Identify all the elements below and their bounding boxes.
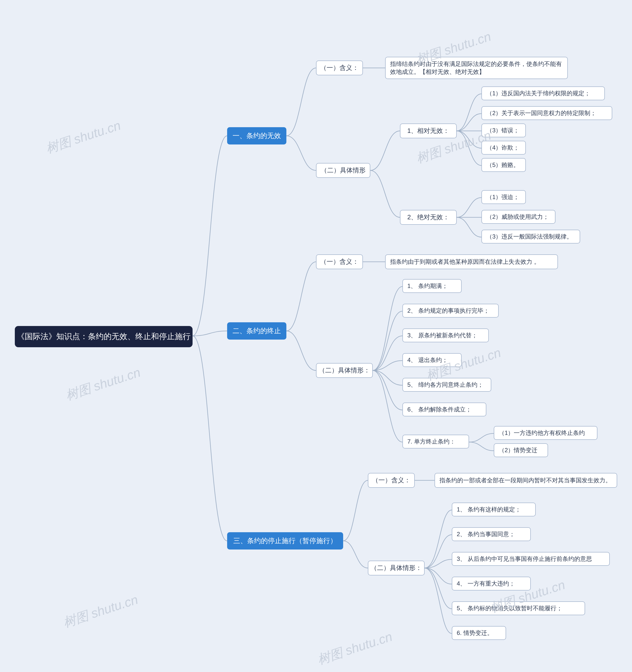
b2-case-3-label: 3、 原条约被新条约代替；: [407, 331, 478, 339]
b3-meaning-text-label: 指条约的一部或者全部在一段期间内暂时不对其当事国发生效力。: [439, 476, 611, 484]
b2-case-3[interactable]: 3、 原条约被新条约代替；: [403, 329, 489, 342]
b2-case-1[interactable]: 1、 条约期满；: [403, 279, 462, 293]
b1-rel-1-label: （1）违反国内法关于缔约权限的规定；: [486, 89, 590, 97]
b2-meaning-text-label: 指条约由于到期或者其他某种原因而在法律上失去效力 。: [390, 258, 540, 266]
b1-relative-label: 1、相对无效：: [407, 126, 449, 135]
b2-case-7[interactable]: 7. 单方终止条约：: [403, 435, 469, 449]
b1-rel-5[interactable]: （5）贿赂。: [481, 158, 526, 172]
b3-case-2-label: 2、 条约当事国同意；: [457, 530, 515, 538]
b1-rel-2-label: （2）关于表示一国同意权力的特定限制；: [486, 109, 596, 117]
root-label: 《国际法》知识点：条约的无效、终止和停止施行: [17, 331, 191, 342]
b1-rel-3[interactable]: （3）错误；: [481, 123, 526, 137]
b2-cases-label: （二）具体情形：: [319, 366, 370, 375]
b1-cases-label: （二）具体情形: [321, 166, 366, 175]
b1-meaning-text-label: 指缔结条约时由于没有满足国际法规定的必要条件，使条约不能有效地成立。【相对无效、…: [390, 60, 563, 76]
b2-case-2-label: 2、 条约规定的事项执行完毕；: [407, 307, 489, 315]
branch-3-label: 三、条约的停止施行（暂停施行）: [233, 536, 337, 546]
b1-absolute-label: 2、绝对无效：: [407, 213, 449, 221]
b3-case-5-label: 5、 条约标的物消失以致暂时不能履行；: [457, 604, 562, 612]
b2-meaning-text[interactable]: 指条约由于到期或者其他某种原因而在法律上失去效力 。: [385, 255, 558, 269]
b2-case-7-2-label: （2）情势变迁: [499, 446, 537, 454]
b2-case-6-label: 6、 条约解除条件成立；: [407, 406, 471, 413]
b2-case-4-label: 4、 退出条约；: [407, 356, 448, 364]
b1-rel-1[interactable]: （1）违反国内法关于缔约权限的规定；: [481, 87, 605, 100]
b1-abs-1[interactable]: （1）强迫；: [481, 190, 526, 204]
b2-meaning-label: （一）含义：: [320, 257, 359, 266]
b1-abs-3-label: （3）违反一般国际法强制规律。: [486, 233, 573, 241]
b1-rel-5-label: （5）贿赂。: [486, 161, 519, 169]
b3-case-2[interactable]: 2、 条约当事国同意；: [452, 527, 531, 541]
b3-case-4-label: 4、 一方有重大违约；: [457, 580, 515, 587]
b1-rel-4-label: （4）诈欺；: [486, 144, 519, 152]
b2-case-6[interactable]: 6、 条约解除条件成立；: [403, 403, 486, 416]
b1-rel-4[interactable]: （4）诈欺；: [481, 141, 526, 154]
b3-case-6[interactable]: 6. 情势变迁。: [452, 626, 506, 640]
b3-case-1-label: 1、 条约有这样的规定；: [457, 506, 521, 513]
b1-cases[interactable]: （二）具体情形: [316, 163, 370, 178]
b2-case-2[interactable]: 2、 条约规定的事项执行完毕；: [403, 304, 499, 318]
branch-2[interactable]: 二、条约的终止: [227, 322, 286, 340]
b2-cases[interactable]: （二）具体情形：: [316, 363, 373, 378]
b1-meaning[interactable]: （一）含义：: [316, 61, 363, 75]
branch-1-label: 一、条约的无效: [233, 131, 281, 141]
b2-case-7-1[interactable]: （1）一方违约他方有权终止条约: [494, 426, 598, 440]
b1-abs-2-label: （2）威胁或使用武力；: [486, 213, 549, 221]
root-node[interactable]: 《国际法》知识点：条约的无效、终止和停止施行: [15, 326, 193, 347]
b3-cases-label: （二）具体情形：: [370, 563, 422, 572]
branch-2-label: 二、条约的终止: [233, 326, 281, 336]
b3-meaning-text[interactable]: 指条约的一部或者全部在一段期间内暂时不对其当事国发生效力。: [435, 473, 617, 488]
b1-relative[interactable]: 1、相对无效：: [400, 123, 457, 138]
b3-case-1[interactable]: 1、 条约有这样的规定；: [452, 503, 536, 517]
b3-case-3-label: 3、 从后条约中可见当事国有停止施行前条约的意思: [457, 555, 592, 563]
mindmap-canvas: 《国际法》知识点：条约的无效、终止和停止施行 一、条约的无效 二、条约的终止 三…: [0, 0, 632, 672]
b2-case-5-label: 5、 缔约各方同意终止条约；: [407, 381, 483, 389]
b1-rel-2[interactable]: （2）关于表示一国同意权力的特定限制；: [481, 106, 612, 120]
b1-abs-3[interactable]: （3）违反一般国际法强制规律。: [481, 230, 580, 243]
b2-case-5[interactable]: 5、 缔约各方同意终止条约；: [403, 378, 491, 392]
b3-case-3[interactable]: 3、 从后条约中可见当事国有停止施行前条约的意思: [452, 552, 610, 566]
branch-3[interactable]: 三、条约的停止施行（暂停施行）: [227, 532, 343, 550]
b2-case-7-label: 7. 单方终止条约：: [407, 438, 456, 446]
b2-case-1-label: 1、 条约期满；: [407, 282, 448, 290]
b1-meaning-text[interactable]: 指缔结条约时由于没有满足国际法规定的必要条件，使条约不能有效地成立。【相对无效、…: [385, 57, 568, 79]
b1-abs-2[interactable]: （2）威胁或使用武力；: [481, 210, 556, 224]
b2-case-7-1-label: （1）一方违约他方有权终止条约: [499, 429, 585, 437]
branch-1[interactable]: 一、条约的无效: [227, 127, 286, 144]
b3-case-4[interactable]: 4、 一方有重大违约；: [452, 577, 531, 591]
b3-meaning-label: （一）含义：: [372, 476, 411, 484]
b1-rel-3-label: （3）错误；: [486, 126, 519, 134]
b3-cases[interactable]: （二）具体情形：: [368, 560, 424, 575]
b3-case-5[interactable]: 5、 条约标的物消失以致暂时不能履行；: [452, 601, 585, 615]
b1-meaning-label: （一）含义：: [320, 64, 359, 72]
b3-case-6-label: 6. 情势变迁。: [457, 629, 493, 637]
b2-case-4[interactable]: 4、 退出条约；: [403, 353, 462, 367]
b2-case-7-2[interactable]: （2）情势变迁: [494, 443, 548, 457]
b1-abs-1-label: （1）强迫；: [486, 193, 519, 201]
b2-meaning[interactable]: （一）含义：: [316, 255, 363, 269]
b1-absolute[interactable]: 2、绝对无效：: [400, 210, 457, 225]
b3-meaning[interactable]: （一）含义：: [368, 473, 415, 488]
